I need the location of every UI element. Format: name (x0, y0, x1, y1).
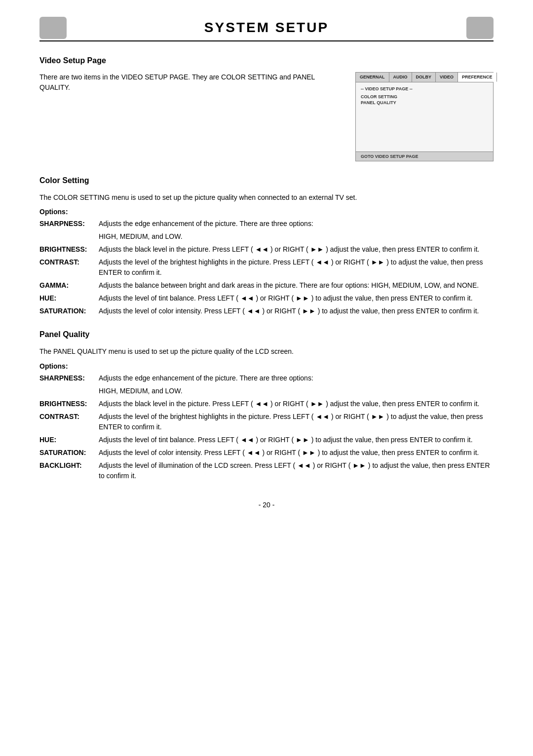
color-setting-title: Color Setting (39, 176, 494, 185)
header-corner-right (466, 17, 494, 39)
panel-backlight-row: BACKLIGHT: Adjusts the level of illumina… (39, 460, 494, 481)
panel-options-label: Options: (39, 362, 494, 370)
panel-quality-description: The PANEL QUALITY menu is used to set up… (39, 346, 494, 357)
mini-panel-body: -- VIDEO SETUP PAGE -- COLOR SETTING PAN… (356, 82, 493, 151)
color-sharpness-desc2: HIGH, MEDIUM, and LOW. (39, 231, 494, 242)
panel-quality-section: Panel Quality The PANEL QUALITY menu is … (39, 330, 494, 481)
video-setup-description: There are two items in the VIDEO SETUP P… (39, 72, 336, 93)
panel-sharpness-term: SHARPNESS: (39, 373, 99, 383)
panel-saturation-desc: Adjusts the level of color intensity. Pr… (99, 448, 494, 458)
color-gamma-row: GAMMA: Adjusts the balance between brigh… (39, 280, 494, 291)
mini-tab-video: VIDEO (436, 73, 458, 82)
panel-sharpness-desc: Adjusts the edge enhancement of the pict… (99, 373, 494, 383)
color-hue-term: HUE: (39, 293, 99, 303)
color-setting-description: The COLOR SETTING menu is used to set up… (39, 192, 494, 203)
panel-backlight-term: BACKLIGHT: (39, 460, 99, 481)
page-title: System Setup (204, 20, 329, 36)
color-setting-section: Color Setting The COLOR SETTING menu is … (39, 176, 494, 316)
mini-panel-footer: GOTO VIDEO SETUP PAGE (356, 151, 493, 161)
mini-tab-dolby: DOLBY (412, 73, 436, 82)
panel-brightness-term: BRIGHTNESS: (39, 399, 99, 409)
video-setup-section: Video Setup Page There are two items in … (39, 56, 494, 161)
mini-panel-heading: -- VIDEO SETUP PAGE -- (361, 86, 488, 91)
mini-tab-genernal: GENERNAL (356, 73, 389, 82)
color-sharpness-desc: Adjusts the edge enhancement of the pict… (99, 219, 494, 229)
panel-brightness-row: BRIGHTNESS: Adjusts the black level in t… (39, 399, 494, 409)
mini-panel: GENERNAL AUDIO DOLBY VIDEO PREFERENCE --… (355, 72, 494, 161)
mini-panel-tabs: GENERNAL AUDIO DOLBY VIDEO PREFERENCE (356, 73, 493, 82)
color-options-list: SHARPNESS: Adjusts the edge enhancement … (39, 219, 494, 316)
header-corner-left (39, 17, 67, 39)
page-number: - 20 - (39, 501, 494, 509)
panel-contrast-term: CONTRAST: (39, 412, 99, 432)
color-hue-desc: Adjusts the level of tint balance. Press… (99, 293, 494, 303)
color-saturation-term: SATURATION: (39, 306, 99, 316)
color-sharpness-row: SHARPNESS: Adjusts the edge enhancement … (39, 219, 494, 229)
mini-tab-preference: PREFERENCE (458, 73, 497, 82)
color-contrast-desc: Adjusts the level of the brightest highl… (99, 257, 494, 278)
color-brightness-row: BRIGHTNESS: Adjusts the black level in t… (39, 244, 494, 255)
panel-quality-title: Panel Quality (39, 330, 494, 339)
panel-hue-row: HUE: Adjusts the level of tint balance. … (39, 435, 494, 445)
color-sharpness-term: SHARPNESS: (39, 219, 99, 229)
color-brightness-desc: Adjusts the black level in the picture. … (99, 244, 494, 255)
page-header: System Setup (39, 20, 494, 41)
panel-contrast-row: CONTRAST: Adjusts the level of the brigh… (39, 412, 494, 432)
panel-contrast-desc: Adjusts the level of the brightest highl… (99, 412, 494, 432)
panel-saturation-row: SATURATION: Adjusts the level of color i… (39, 448, 494, 458)
panel-hue-term: HUE: (39, 435, 99, 445)
panel-brightness-desc: Adjusts the black level in the picture. … (99, 399, 494, 409)
color-brightness-term: BRIGHTNESS: (39, 244, 99, 255)
color-contrast-term: CONTRAST: (39, 257, 99, 278)
panel-sharpness-desc2: HIGH, MEDIUM, and LOW. (39, 386, 494, 396)
mini-panel-item-color: COLOR SETTING (361, 94, 488, 99)
color-options-label: Options: (39, 208, 494, 216)
color-hue-row: HUE: Adjusts the level of tint balance. … (39, 293, 494, 303)
mini-panel-item-panel: PANEL QUALITY (361, 100, 488, 105)
color-saturation-desc: Adjusts the level of color intensity. Pr… (99, 306, 494, 316)
color-setting-body: The COLOR SETTING menu is used to set up… (39, 192, 494, 316)
panel-hue-desc: Adjusts the level of tint balance. Press… (99, 435, 494, 445)
video-setup-title: Video Setup Page (39, 56, 494, 65)
mini-tab-audio: AUDIO (389, 73, 412, 82)
panel-backlight-desc: Adjusts the level of illumination of the… (99, 460, 494, 481)
color-saturation-row: SATURATION: Adjusts the level of color i… (39, 306, 494, 316)
color-gamma-desc: Adjusts the balance between bright and d… (99, 280, 494, 291)
panel-options-list: SHARPNESS: Adjusts the edge enhancement … (39, 373, 494, 481)
panel-quality-body: The PANEL QUALITY menu is used to set up… (39, 346, 494, 481)
panel-saturation-term: SATURATION: (39, 448, 99, 458)
color-contrast-row: CONTRAST: Adjusts the level of the brigh… (39, 257, 494, 278)
color-gamma-term: GAMMA: (39, 280, 99, 291)
video-setup-text: There are two items in the VIDEO SETUP P… (39, 72, 336, 161)
panel-sharpness-row: SHARPNESS: Adjusts the edge enhancement … (39, 373, 494, 383)
